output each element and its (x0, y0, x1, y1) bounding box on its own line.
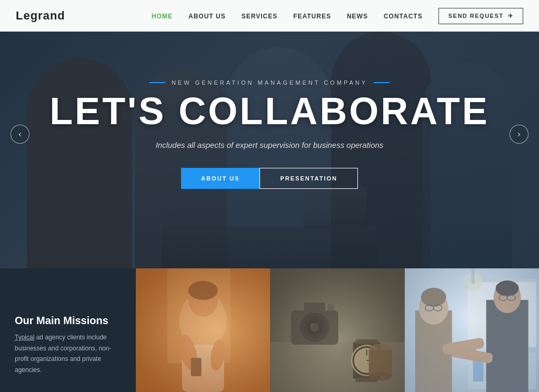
svg-rect-33 (405, 268, 539, 392)
svg-rect-13 (291, 310, 338, 345)
nav-link-about[interactable]: ABOUT US (188, 13, 226, 20)
send-request-button[interactable]: SEND REQUEST ✈ (438, 8, 523, 24)
missions-text: Typical ad agency clients include busine… (15, 332, 121, 375)
nav-link-home[interactable]: HOME (152, 13, 173, 20)
svg-rect-23 (356, 378, 378, 382)
photo-item-woman (136, 268, 270, 392)
svg-rect-41 (471, 268, 474, 284)
brand-logo[interactable]: Legrand (16, 9, 65, 23)
nav-link-contacts[interactable]: CONTACTS (384, 13, 423, 20)
svg-point-24 (351, 345, 383, 376)
right-arrow-icon: › (517, 129, 520, 139)
nav-link-features[interactable]: FEATURES (293, 13, 331, 20)
svg-rect-10 (270, 268, 404, 392)
svg-point-19 (311, 324, 314, 327)
svg-rect-0 (136, 268, 270, 392)
photo-bg-watch (270, 268, 404, 392)
presentation-button[interactable]: PRESENTATION (259, 168, 358, 189)
photo-bg-handshake (405, 268, 539, 392)
svg-point-15 (300, 313, 330, 342)
nav-links: HOME ABOUT US SERVICES FEATURES NEWS CON… (152, 11, 423, 21)
nav-item-contacts[interactable]: CONTACTS (384, 11, 423, 21)
nav-link-services[interactable]: SERVICES (242, 13, 277, 20)
photo-grid (136, 268, 539, 392)
hero-prev-button[interactable]: ‹ (11, 125, 29, 144)
svg-rect-6 (182, 345, 224, 392)
svg-point-5 (188, 281, 218, 300)
svg-point-7 (176, 333, 201, 372)
svg-rect-21 (353, 342, 381, 379)
svg-point-55 (457, 343, 476, 357)
svg-rect-34 (467, 279, 536, 347)
svg-point-17 (306, 319, 323, 336)
nav-item-home[interactable]: HOME (152, 11, 173, 21)
navbar: Legrand HOME ABOUT US SERVICES FEATURES … (0, 0, 539, 32)
svg-rect-14 (304, 303, 325, 316)
svg-point-8 (208, 338, 227, 372)
svg-rect-12 (270, 342, 404, 392)
svg-rect-48 (486, 300, 528, 392)
svg-rect-11 (270, 268, 404, 392)
svg-point-25 (353, 346, 381, 375)
svg-rect-39 (496, 358, 506, 381)
about-us-button[interactable]: ABOUT US (181, 168, 259, 189)
svg-point-18 (311, 323, 319, 331)
svg-point-50 (495, 280, 518, 296)
svg-point-44 (421, 288, 446, 307)
svg-point-43 (418, 291, 448, 325)
hero-title: LET'S COLLABORATE (49, 92, 490, 130)
svg-rect-9 (191, 358, 202, 376)
svg-rect-53 (441, 337, 484, 355)
photo-item-watch (270, 268, 404, 392)
missions-heading: Our Main Missions (15, 315, 121, 327)
svg-rect-2 (167, 268, 231, 363)
hero-section: ‹ NEW GENERATION MANAGEMENT COMPANY LET'… (0, 0, 539, 268)
photo-bg-woman (136, 268, 270, 392)
nav-item-features[interactable]: FEATURES (293, 11, 331, 21)
svg-rect-20 (328, 304, 334, 310)
bottom-section: Our Main Missions Typical ad agency clie… (0, 268, 539, 392)
svg-rect-42 (415, 310, 452, 392)
svg-point-52 (507, 295, 515, 300)
send-request-label: SEND REQUEST (448, 13, 504, 19)
svg-point-45 (425, 305, 433, 311)
svg-point-3 (179, 292, 227, 350)
svg-rect-1 (136, 268, 270, 392)
hero-description: Includes all aspects of expert supervisi… (49, 140, 490, 149)
svg-point-16 (303, 316, 326, 339)
nav-item-about[interactable]: ABOUT US (188, 11, 226, 21)
svg-rect-54 (450, 346, 493, 364)
svg-point-26 (354, 348, 380, 373)
svg-rect-36 (467, 353, 536, 389)
svg-rect-32 (405, 268, 539, 392)
missions-panel: Our Main Missions Typical ad agency clie… (0, 268, 136, 392)
nav-link-news[interactable]: NEWS (347, 13, 368, 20)
svg-point-49 (493, 282, 521, 313)
svg-point-29 (369, 344, 392, 356)
hero-subtitle: NEW GENERATION MANAGEMENT COMPANY (49, 79, 490, 86)
svg-rect-37 (473, 355, 483, 381)
hero-content: NEW GENERATION MANAGEMENT COMPANY LET'S … (28, 79, 511, 189)
svg-rect-38 (486, 355, 494, 381)
svg-rect-35 (467, 279, 536, 282)
send-icon: ✈ (508, 13, 514, 19)
svg-point-46 (433, 305, 442, 311)
svg-rect-22 (356, 339, 378, 344)
svg-point-40 (463, 272, 482, 291)
svg-point-51 (498, 295, 507, 300)
svg-point-4 (188, 283, 218, 317)
hero-buttons: ABOUT US PRESENTATION (49, 168, 490, 189)
nav-item-services[interactable]: SERVICES (242, 11, 277, 21)
svg-rect-30 (369, 350, 392, 376)
photo-item-handshake (405, 268, 539, 392)
nav-item-news[interactable]: NEWS (347, 11, 368, 21)
left-arrow-icon: ‹ (18, 129, 21, 139)
svg-point-31 (369, 372, 392, 380)
hero-next-button[interactable]: › (510, 125, 528, 144)
